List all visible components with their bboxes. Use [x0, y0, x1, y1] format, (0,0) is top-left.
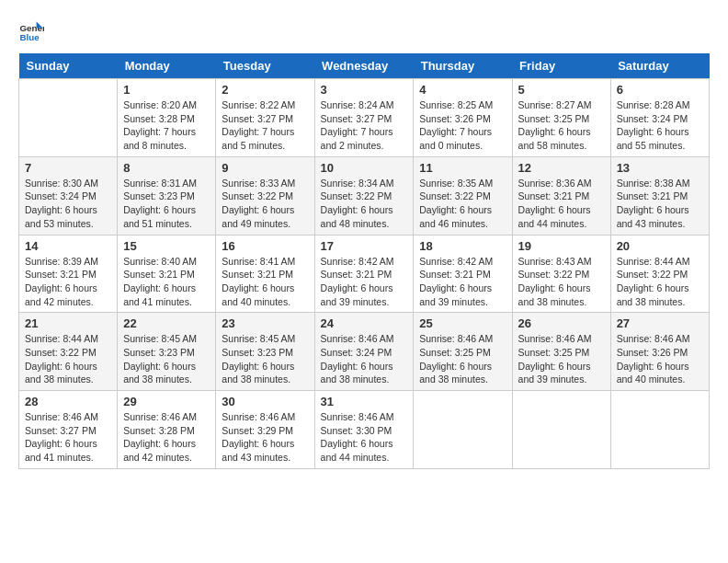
day-number: 14 [25, 239, 111, 253]
calendar-cell: 26Sunrise: 8:46 AMSunset: 3:25 PMDayligh… [512, 313, 610, 391]
day-info: Sunrise: 8:34 AMSunset: 3:22 PMDaylight:… [321, 177, 408, 231]
logo: General Blue [18, 18, 48, 44]
day-number: 20 [617, 239, 703, 253]
day-number: 12 [518, 161, 605, 175]
day-info: Sunrise: 8:38 AMSunset: 3:21 PMDaylight:… [617, 177, 703, 231]
calendar-cell: 18Sunrise: 8:42 AMSunset: 3:21 PMDayligh… [414, 235, 512, 313]
day-info: Sunrise: 8:41 AMSunset: 3:21 PMDaylight:… [222, 255, 308, 309]
day-info: Sunrise: 8:42 AMSunset: 3:21 PMDaylight:… [419, 255, 506, 309]
calendar-cell: 24Sunrise: 8:46 AMSunset: 3:24 PMDayligh… [314, 313, 414, 391]
day-number: 23 [222, 316, 308, 330]
calendar-cell: 11Sunrise: 8:35 AMSunset: 3:22 PMDayligh… [414, 156, 512, 235]
calendar-cell: 28Sunrise: 8:46 AMSunset: 3:27 PMDayligh… [19, 391, 118, 469]
day-info: Sunrise: 8:40 AMSunset: 3:21 PMDaylight:… [123, 255, 210, 309]
day-number: 27 [617, 316, 703, 330]
day-info: Sunrise: 8:46 AMSunset: 3:30 PMDaylight:… [321, 410, 408, 465]
day-number: 1 [123, 83, 210, 97]
calendar-cell: 29Sunrise: 8:46 AMSunset: 3:28 PMDayligh… [118, 391, 216, 469]
day-number: 9 [222, 161, 308, 175]
day-info: Sunrise: 8:46 AMSunset: 3:29 PMDaylight:… [222, 410, 308, 465]
calendar-cell: 4Sunrise: 8:25 AMSunset: 3:26 PMDaylight… [414, 79, 512, 157]
calendar-cell: 3Sunrise: 8:24 AMSunset: 3:27 PMDaylight… [314, 79, 414, 157]
calendar-cell: 25Sunrise: 8:46 AMSunset: 3:25 PMDayligh… [414, 313, 512, 391]
column-header-saturday: Saturday [610, 53, 709, 79]
day-number: 10 [321, 161, 408, 175]
calendar-cell: 1Sunrise: 8:20 AMSunset: 3:28 PMDaylight… [118, 79, 216, 157]
day-info: Sunrise: 8:46 AMSunset: 3:24 PMDaylight:… [321, 332, 408, 386]
column-header-sunday: Sunday [19, 53, 118, 79]
column-header-thursday: Thursday [414, 53, 512, 79]
day-info: Sunrise: 8:24 AMSunset: 3:27 PMDaylight:… [321, 98, 408, 153]
day-info: Sunrise: 8:46 AMSunset: 3:26 PMDaylight:… [617, 332, 703, 386]
calendar-cell: 5Sunrise: 8:27 AMSunset: 3:25 PMDaylight… [512, 79, 610, 157]
day-info: Sunrise: 8:45 AMSunset: 3:23 PMDaylight:… [222, 332, 308, 386]
calendar-cell: 15Sunrise: 8:40 AMSunset: 3:21 PMDayligh… [118, 235, 216, 313]
calendar-cell: 2Sunrise: 8:22 AMSunset: 3:27 PMDaylight… [216, 79, 314, 157]
week-row-1: 1Sunrise: 8:20 AMSunset: 3:28 PMDaylight… [19, 79, 710, 157]
calendar-header-row: SundayMondayTuesdayWednesdayThursdayFrid… [19, 53, 710, 79]
day-info: Sunrise: 8:22 AMSunset: 3:27 PMDaylight:… [222, 98, 308, 153]
calendar-cell: 21Sunrise: 8:44 AMSunset: 3:22 PMDayligh… [19, 313, 118, 391]
day-number: 17 [321, 239, 408, 253]
calendar-cell: 17Sunrise: 8:42 AMSunset: 3:21 PMDayligh… [314, 235, 414, 313]
day-info: Sunrise: 8:27 AMSunset: 3:25 PMDaylight:… [518, 98, 605, 153]
calendar-cell: 20Sunrise: 8:44 AMSunset: 3:22 PMDayligh… [610, 235, 709, 313]
day-info: Sunrise: 8:33 AMSunset: 3:22 PMDaylight:… [222, 177, 308, 231]
day-info: Sunrise: 8:46 AMSunset: 3:28 PMDaylight:… [123, 410, 210, 465]
day-number: 3 [321, 83, 408, 97]
day-info: Sunrise: 8:43 AMSunset: 3:22 PMDaylight:… [518, 255, 605, 309]
day-number: 2 [222, 83, 308, 97]
calendar-cell: 27Sunrise: 8:46 AMSunset: 3:26 PMDayligh… [610, 313, 709, 391]
calendar-cell: 22Sunrise: 8:45 AMSunset: 3:23 PMDayligh… [118, 313, 216, 391]
calendar-cell [512, 391, 610, 469]
day-info: Sunrise: 8:44 AMSunset: 3:22 PMDaylight:… [617, 255, 703, 309]
day-number: 24 [321, 316, 408, 330]
day-number: 30 [222, 395, 308, 408]
week-row-4: 21Sunrise: 8:44 AMSunset: 3:22 PMDayligh… [19, 313, 710, 391]
day-info: Sunrise: 8:46 AMSunset: 3:25 PMDaylight:… [419, 332, 506, 386]
day-info: Sunrise: 8:20 AMSunset: 3:28 PMDaylight:… [123, 98, 210, 153]
day-info: Sunrise: 8:44 AMSunset: 3:22 PMDaylight:… [25, 332, 111, 386]
calendar-cell: 7Sunrise: 8:30 AMSunset: 3:24 PMDaylight… [19, 156, 118, 235]
day-number: 5 [518, 83, 605, 97]
column-header-wednesday: Wednesday [314, 53, 414, 79]
calendar-cell: 19Sunrise: 8:43 AMSunset: 3:22 PMDayligh… [512, 235, 610, 313]
calendar-cell: 9Sunrise: 8:33 AMSunset: 3:22 PMDaylight… [216, 156, 314, 235]
calendar-table: SundayMondayTuesdayWednesdayThursdayFrid… [18, 53, 710, 469]
day-info: Sunrise: 8:36 AMSunset: 3:21 PMDaylight:… [518, 177, 605, 231]
column-header-monday: Monday [118, 53, 216, 79]
calendar-cell [610, 391, 709, 469]
calendar-cell: 6Sunrise: 8:28 AMSunset: 3:24 PMDaylight… [610, 79, 709, 157]
day-number: 4 [419, 83, 506, 97]
week-row-5: 28Sunrise: 8:46 AMSunset: 3:27 PMDayligh… [19, 391, 710, 469]
calendar-cell: 30Sunrise: 8:46 AMSunset: 3:29 PMDayligh… [216, 391, 314, 469]
day-info: Sunrise: 8:42 AMSunset: 3:21 PMDaylight:… [321, 255, 408, 309]
day-number: 7 [25, 161, 111, 175]
day-number: 26 [518, 316, 605, 330]
calendar-cell: 8Sunrise: 8:31 AMSunset: 3:23 PMDaylight… [118, 156, 216, 235]
day-number: 28 [25, 395, 111, 408]
week-row-2: 7Sunrise: 8:30 AMSunset: 3:24 PMDaylight… [19, 156, 710, 235]
day-info: Sunrise: 8:28 AMSunset: 3:24 PMDaylight:… [617, 98, 703, 153]
header: General Blue [18, 18, 710, 44]
day-number: 21 [25, 316, 111, 330]
day-number: 8 [123, 161, 210, 175]
day-number: 11 [419, 161, 506, 175]
column-header-friday: Friday [512, 53, 610, 79]
week-row-3: 14Sunrise: 8:39 AMSunset: 3:21 PMDayligh… [19, 235, 710, 313]
logo-icon: General Blue [18, 18, 44, 44]
day-info: Sunrise: 8:31 AMSunset: 3:23 PMDaylight:… [123, 177, 210, 231]
day-number: 31 [321, 395, 408, 408]
day-info: Sunrise: 8:39 AMSunset: 3:21 PMDaylight:… [25, 255, 111, 309]
day-info: Sunrise: 8:46 AMSunset: 3:25 PMDaylight:… [518, 332, 605, 386]
day-number: 6 [617, 83, 703, 97]
day-number: 19 [518, 239, 605, 253]
column-header-tuesday: Tuesday [216, 53, 314, 79]
svg-text:Blue: Blue [19, 32, 40, 42]
day-info: Sunrise: 8:45 AMSunset: 3:23 PMDaylight:… [123, 332, 210, 386]
calendar-cell: 31Sunrise: 8:46 AMSunset: 3:30 PMDayligh… [314, 391, 414, 469]
calendar-cell [414, 391, 512, 469]
day-info: Sunrise: 8:30 AMSunset: 3:24 PMDaylight:… [25, 177, 111, 231]
calendar-cell: 13Sunrise: 8:38 AMSunset: 3:21 PMDayligh… [610, 156, 709, 235]
calendar-cell: 10Sunrise: 8:34 AMSunset: 3:22 PMDayligh… [314, 156, 414, 235]
